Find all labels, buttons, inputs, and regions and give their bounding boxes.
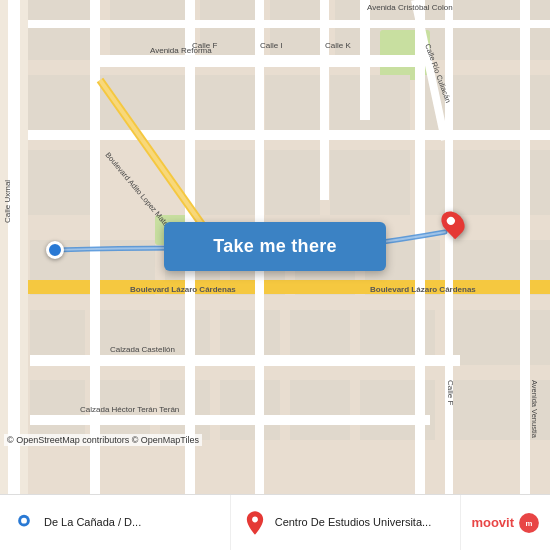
svg-rect-19 (420, 150, 550, 215)
map-container: Avenida Reforma Calle I Calle F Calle K … (0, 0, 550, 494)
svg-rect-18 (330, 150, 410, 215)
svg-text:Calle K: Calle K (325, 41, 351, 50)
svg-text:Avenida Venustia: Avenida Venustia (530, 380, 539, 439)
svg-rect-42 (0, 130, 550, 140)
destination-icon (241, 509, 269, 537)
svg-point-75 (21, 517, 27, 523)
svg-rect-55 (520, 0, 530, 494)
svg-rect-52 (320, 0, 329, 200)
svg-text:Calle I: Calle I (260, 41, 283, 50)
bottom-bar: De La Cañada / D... Centro De Estudios U… (0, 494, 550, 550)
svg-text:Calle F: Calle F (192, 41, 217, 50)
svg-rect-54 (445, 0, 453, 494)
svg-rect-34 (30, 380, 85, 440)
svg-rect-58 (360, 0, 370, 120)
svg-rect-48 (8, 0, 20, 494)
svg-text:Boulevard Lázaro Cárdenas: Boulevard Lázaro Cárdenas (370, 285, 476, 294)
svg-rect-38 (290, 380, 350, 440)
destination-label: Centro De Estudios Universita... (275, 515, 432, 529)
svg-rect-53 (415, 0, 425, 494)
origin-icon (10, 509, 38, 537)
svg-rect-33 (445, 310, 550, 365)
svg-text:Calzada Héctor Terán Terán: Calzada Héctor Terán Terán (80, 405, 179, 414)
origin-item[interactable]: De La Cañada / D... (0, 495, 231, 550)
take-me-there-button[interactable]: Take me there (164, 222, 386, 271)
moovit-logo-text: moovit (471, 515, 514, 530)
svg-rect-16 (195, 150, 255, 215)
svg-rect-46 (0, 20, 550, 28)
svg-rect-37 (220, 380, 280, 440)
destination-item[interactable]: Centro De Estudios Universita... (231, 495, 462, 550)
map-attribution: © OpenStreetMap contributors © OpenMapTi… (4, 434, 202, 446)
svg-text:Calzada Castellón: Calzada Castellón (110, 345, 175, 354)
svg-text:m: m (526, 519, 533, 528)
svg-text:Boulevard Lázaro Cárdenas: Boulevard Lázaro Cárdenas (130, 285, 236, 294)
svg-text:Calle F: Calle F (446, 380, 455, 405)
origin-label: De La Cañada / D... (44, 515, 141, 529)
svg-rect-17 (265, 150, 320, 215)
svg-text:Avenida Cristóbal Colon: Avenida Cristóbal Colon (367, 3, 453, 12)
app: Avenida Reforma Calle I Calle F Calle K … (0, 0, 550, 550)
origin-marker (46, 241, 64, 259)
svg-text:Calle Uxmal: Calle Uxmal (3, 180, 12, 223)
moovit-logo: moovit m (461, 495, 550, 550)
moovit-logo-icon: m (518, 512, 540, 534)
